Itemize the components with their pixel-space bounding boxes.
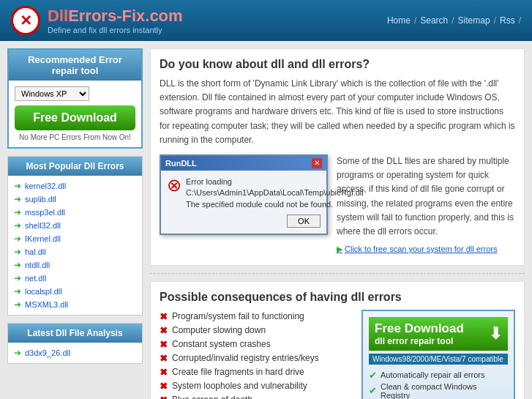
- list-item[interactable]: ➜localspl.dll: [14, 285, 136, 298]
- nav-search[interactable]: Search: [420, 15, 448, 26]
- list-item[interactable]: ➜ntdll.dll: [14, 258, 136, 272]
- rundll-close-button[interactable]: ✕: [312, 158, 322, 168]
- intro-title: Do you know about dll and dll errors?: [160, 58, 515, 71]
- rundll-body: ⊗ Error loading C:\Users\Admin1\AppData\…: [161, 171, 326, 234]
- consequences-title: Possible consequences of having dll erro…: [160, 291, 515, 304]
- popular-dll-list: ➜kernel32.dll ➜suplib.dll ➜mssp3el.dll ➜…: [8, 176, 142, 315]
- content-area: Do you know about dll and dll errors? DL…: [150, 48, 525, 399]
- free-download-button[interactable]: Free Download: [15, 105, 135, 130]
- list-item[interactable]: ➜shell32.dll: [14, 219, 136, 232]
- rundll-ok-row: OK: [167, 215, 321, 228]
- list-item[interactable]: ➜net.dll: [14, 272, 136, 285]
- rundll-title: RunDLL: [165, 159, 197, 168]
- header: DllErrors-Fix.com Define and fix dll err…: [0, 0, 532, 41]
- rundll-side-text: Some of the DLL files are shared by mult…: [337, 154, 515, 256]
- list-item: ✖Corrupted/invalid registry entries/keys: [160, 351, 353, 365]
- scan-arrow-icon: ▶: [337, 245, 342, 253]
- list-item[interactable]: ➜hal.dll: [14, 245, 136, 258]
- main-layout: Recommended Error repair tool Windows XP…: [0, 41, 532, 399]
- download-tool-box: Free Download dll error repair tool ⬇ Wi…: [361, 310, 515, 399]
- rundll-titlebar: RunDLL ✕: [161, 156, 326, 171]
- error-icon: ⊗: [167, 176, 181, 194]
- list-item[interactable]: ➜IKernel.dll: [14, 232, 136, 245]
- rec-tool-box: Recommended Error repair tool Windows XP…: [7, 48, 143, 149]
- nav-sitemap[interactable]: Sitemap: [458, 15, 490, 26]
- arrow-icon: ➜: [14, 194, 21, 204]
- consequences-area: ✖Program/system fail to functioning ✖Com…: [160, 310, 515, 399]
- no-more-errors-text: No More PC Errors From Now On!: [15, 133, 135, 141]
- rundll-dialog: RunDLL ✕ ⊗ Error loading C:\Users\Admin1…: [160, 154, 328, 235]
- logo-dll: Dll: [48, 7, 68, 25]
- dl-feature-item: ✔Automatically repair all errors: [369, 369, 508, 381]
- nav-rss[interactable]: Rss: [500, 15, 515, 26]
- arrow-icon: ➜: [14, 286, 21, 297]
- arrow-icon: ➜: [14, 348, 21, 358]
- download-icon: ⬇: [489, 324, 502, 343]
- arrow-icon: ➜: [14, 299, 21, 310]
- logo-area: DllErrors-Fix.com Define and fix dll err…: [11, 6, 183, 35]
- x-icon: ✖: [160, 353, 168, 364]
- nav: Home / Search / Sitemap / Rss /: [387, 15, 521, 26]
- list-item[interactable]: ➜suplib.dll: [14, 193, 136, 206]
- logo-title: DllErrors-Fix.com: [48, 7, 183, 26]
- rundll-ok-button[interactable]: OK: [287, 215, 321, 228]
- arrow-icon: ➜: [14, 247, 21, 257]
- rundll-error-row: ⊗ Error loading C:\Users\Admin1\AppData\…: [167, 176, 321, 210]
- dl-compatible-badge: Windows98/2000/ME/Vista/7 compatible: [369, 354, 508, 365]
- nav-home[interactable]: Home: [387, 15, 411, 26]
- list-item: ✖Blue screen of death: [160, 393, 353, 399]
- arrow-icon: ➜: [14, 220, 21, 231]
- x-icon: ✖: [160, 325, 168, 336]
- check-icon: ✔: [369, 385, 377, 396]
- arrow-icon: ➜: [14, 273, 21, 283]
- sidebar: Recommended Error repair tool Windows XP…: [7, 48, 143, 399]
- list-item[interactable]: ➜d3dx9_26.dll: [14, 346, 136, 359]
- logo-text: DllErrors-Fix.com Define and fix dll err…: [48, 7, 183, 34]
- x-icon: ✖: [160, 381, 168, 392]
- logo-icon: [11, 6, 40, 35]
- check-icon: ✔: [369, 370, 377, 381]
- os-select-row: Windows XP Windows Vista Windows 7 Windo…: [15, 86, 135, 101]
- rec-tool-content: Windows XP Windows Vista Windows 7 Windo…: [9, 81, 141, 147]
- dl-title-line2: dll error repair tool: [375, 336, 464, 346]
- dl-title-line1: Free Download: [375, 321, 464, 336]
- arrow-icon: ➜: [14, 260, 21, 270]
- dl-tool-title-text: Free Download dll error repair tool: [375, 321, 464, 346]
- section-divider: [150, 273, 525, 274]
- arrow-icon: ➜: [14, 207, 21, 217]
- arrow-icon: ➜: [14, 234, 21, 244]
- dl-tool-title: Free Download dll error repair tool ⬇: [369, 317, 508, 351]
- list-item[interactable]: ➜kernel32.dll: [14, 179, 136, 193]
- rec-tool-header: Recommended Error repair tool: [9, 50, 141, 81]
- list-item: ✖Program/system fail to functioning: [160, 310, 353, 324]
- list-item[interactable]: ➜mssp3el.dll: [14, 206, 136, 219]
- popular-dll-header: Most Popular Dll Errors: [8, 157, 142, 176]
- logo-subtitle: Define and fix dll errors instantly: [48, 26, 183, 34]
- x-icon: ✖: [160, 311, 168, 322]
- x-icon: ✖: [160, 395, 168, 399]
- consequences-list: ✖Program/system fail to functioning ✖Com…: [160, 310, 353, 399]
- consequences-section: Possible consequences of having dll erro…: [150, 281, 525, 399]
- x-icon: ✖: [160, 367, 168, 378]
- logo-title-colored: Errors-Fix.com: [68, 7, 183, 25]
- latest-file-list: ➜d3dx9_26.dll: [8, 343, 142, 363]
- arrow-icon: ➜: [14, 181, 21, 191]
- x-icon: ✖: [160, 339, 168, 350]
- intro-text: DLL is the short form of 'Dynamic Link L…: [160, 77, 515, 147]
- os-select[interactable]: Windows XP Windows Vista Windows 7 Windo…: [15, 86, 89, 101]
- latest-file-header: Latest Dll File Analysis: [8, 324, 142, 343]
- list-item[interactable]: ➜MSXML3.dll: [14, 298, 136, 311]
- list-item: ✖System loopholes and vulnerability: [160, 379, 353, 393]
- dl-feature-item: ✔Clean & compact Windows Registry: [369, 381, 508, 399]
- list-item: ✖Constant system crashes: [160, 338, 353, 351]
- rundll-area: RunDLL ✕ ⊗ Error loading C:\Users\Admin1…: [160, 154, 515, 256]
- list-item: ✖Computer slowing down: [160, 324, 353, 338]
- latest-file-box: Latest Dll File Analysis ➜d3dx9_26.dll: [7, 323, 143, 364]
- popular-dll-box: Most Popular Dll Errors ➜kernel32.dll ➜s…: [7, 156, 143, 316]
- intro-section: Do you know about dll and dll errors? DL…: [150, 48, 525, 266]
- scan-link[interactable]: ▶Click to free scan your system for dll …: [337, 243, 515, 256]
- list-item: ✖Create file fragments in hard drive: [160, 365, 353, 379]
